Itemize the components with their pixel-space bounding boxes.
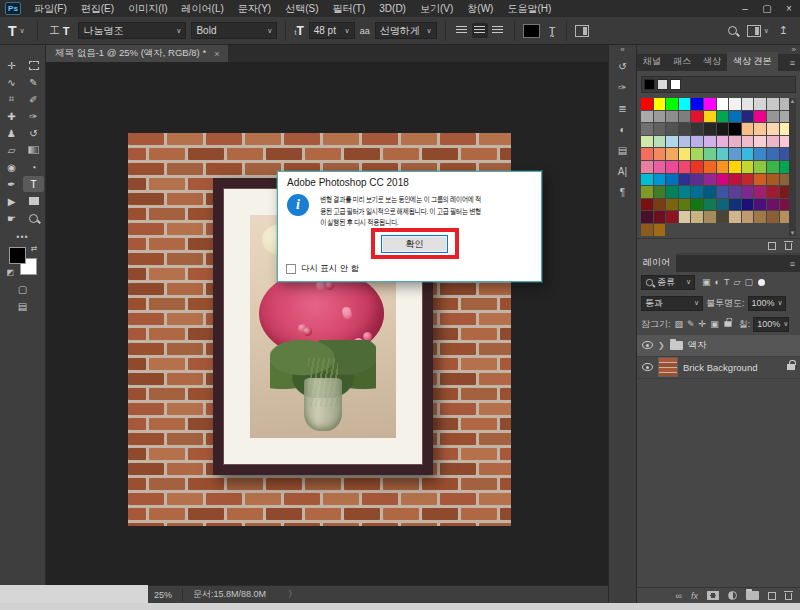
font-size-select[interactable]: 48 pt ∨ [309,22,355,39]
color-swatch[interactable] [654,148,666,160]
color-swatch[interactable] [691,136,703,148]
color-swatch[interactable] [654,199,666,211]
color-swatch[interactable] [742,98,754,110]
color-swatch[interactable] [767,148,779,160]
color-swatch[interactable] [641,98,653,110]
recent-swatch[interactable] [670,79,681,90]
character-panel-icon[interactable]: A| [611,162,635,181]
marquee-tool[interactable] [23,57,44,73]
color-swatch[interactable] [641,123,653,135]
color-swatch[interactable] [754,199,766,211]
color-swatch[interactable] [754,98,766,110]
color-swatch[interactable] [742,211,754,223]
lock-option-icon[interactable]: ✎ [687,319,695,329]
color-swatch[interactable] [641,186,653,198]
color-swatch[interactable] [717,199,729,211]
quick-selection-tool[interactable]: ✎ [23,74,44,90]
color-swatch[interactable] [654,186,666,198]
new-layer-icon[interactable] [768,592,776,600]
color-swatch[interactable] [641,224,653,236]
color-swatch[interactable] [742,111,754,123]
color-swatch[interactable] [704,123,716,135]
color-swatch[interactable] [666,211,678,223]
tab-channels[interactable]: 채널 [637,52,667,71]
align-left-button[interactable] [454,23,470,38]
layer-visibility-eye-icon[interactable] [642,341,653,349]
color-swatch[interactable] [641,136,653,148]
gradient-tool[interactable] [23,142,44,158]
color-swatch[interactable] [717,136,729,148]
menu-t[interactable]: 필터(T) [326,0,373,17]
color-swatch[interactable] [754,148,766,160]
lock-option-icon[interactable]: ✛ [699,319,707,329]
tab-color[interactable]: 색상 [697,52,727,71]
fill-field[interactable]: 100% ∨ [753,317,789,332]
share-icon[interactable]: ↥ [779,24,788,37]
type-tool[interactable]: T [23,176,44,192]
color-swatch[interactable] [742,161,754,173]
color-swatch[interactable] [666,199,678,211]
color-swatch[interactable] [704,136,716,148]
blend-mode-select[interactable]: 통과 ∨ [641,296,703,311]
link-layers-icon[interactable]: ∞ [676,591,682,601]
color-swatch[interactable] [654,123,666,135]
group-disclosure-icon[interactable]: ❯ [658,341,665,350]
layer-row[interactable]: ❯액자 [637,335,800,357]
color-swatch[interactable] [767,111,779,123]
color-swatch[interactable] [729,98,741,110]
filter-toggle-icon[interactable] [758,279,765,286]
color-swatch[interactable] [767,199,779,211]
color-swatch[interactable] [742,136,754,148]
color-swatch[interactable] [754,174,766,186]
recent-swatch[interactable] [657,79,668,90]
color-swatch[interactable] [717,111,729,123]
color-swatch[interactable] [754,111,766,123]
color-swatch[interactable] [679,148,691,160]
color-swatch[interactable] [679,186,691,198]
maximize-button[interactable]: ▢ [756,1,778,16]
color-swatch[interactable] [704,199,716,211]
color-swatch[interactable] [742,199,754,211]
color-swatch[interactable] [754,136,766,148]
color-swatch[interactable] [717,174,729,186]
color-swatch[interactable] [679,123,691,135]
pen-tool[interactable]: ✒ [1,176,22,192]
pixel-filter-icon[interactable]: ▣ [702,277,711,287]
text-color-swatch[interactable] [523,24,540,38]
color-swatch[interactable] [717,211,729,223]
color-swatch[interactable] [729,161,741,173]
color-swatch[interactable] [754,123,766,135]
color-swatch[interactable] [717,148,729,160]
color-swatch[interactable] [641,199,653,211]
history-panel-icon[interactable]: ↺ [611,57,635,76]
color-swatch[interactable] [754,186,766,198]
adjustment-layer-icon[interactable] [728,591,737,600]
color-swatch[interactable] [654,136,666,148]
color-swatch[interactable] [704,111,716,123]
color-swatch[interactable] [666,186,678,198]
close-tab-icon[interactable]: × [214,49,219,59]
healing-brush-tool[interactable]: ✚ [1,108,22,124]
text-orientation-toggle[interactable]: 工T [46,24,74,38]
color-swatch[interactable] [767,174,779,186]
menu-s[interactable]: 선택(S) [278,0,325,17]
canvas-workspace[interactable]: Adobe Photoshop CC 2018 i 변형 결과를 미리 보기로 … [46,62,608,585]
color-swatch[interactable] [679,161,691,173]
opacity-field[interactable]: 100% ∨ [748,296,786,311]
color-swatch[interactable] [679,98,691,110]
color-swatch[interactable] [666,123,678,135]
color-swatch[interactable] [641,148,653,160]
smart-object-filter-icon[interactable]: ▢ [744,277,753,287]
color-swatch[interactable] [717,186,729,198]
status-chevron-icon[interactable]: 〉 [288,588,297,601]
color-swatch[interactable] [641,111,653,123]
font-family-select[interactable]: 나눔명조 ∨ [78,22,186,39]
tab-swatches[interactable]: 색상 견본 [727,52,778,71]
layer-effects-icon[interactable]: fx [691,591,698,601]
menu-h[interactable]: 도움말(H) [500,0,558,17]
color-swatch[interactable] [729,211,741,223]
color-swatch[interactable] [691,148,703,160]
type-filter-icon[interactable]: T [724,277,730,287]
hand-tool[interactable]: ☛ [1,210,22,226]
delete-layer-icon[interactable] [785,591,792,600]
